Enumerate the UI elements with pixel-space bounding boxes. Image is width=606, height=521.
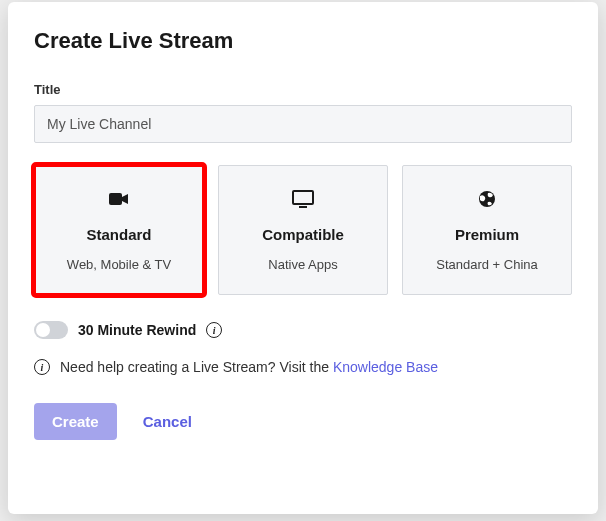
svg-rect-0 (109, 193, 122, 205)
option-desc: Standard + China (436, 257, 538, 272)
option-compatible[interactable]: Compatible Native Apps (218, 165, 388, 295)
modal-title: Create Live Stream (34, 28, 572, 54)
create-live-stream-modal: Create Live Stream Title Standard Web, M… (8, 2, 598, 514)
option-premium[interactable]: Premium Standard + China (402, 165, 572, 295)
option-title: Standard (86, 226, 151, 243)
monitor-icon (292, 188, 314, 210)
option-desc: Web, Mobile & TV (67, 257, 171, 272)
modal-actions: Create Cancel (34, 403, 572, 440)
help-text-prefix: Need help creating a Live Stream? Visit … (60, 359, 333, 375)
info-icon[interactable]: i (206, 322, 222, 338)
info-icon: i (34, 359, 50, 375)
option-standard[interactable]: Standard Web, Mobile & TV (34, 165, 204, 295)
globe-icon (476, 188, 498, 210)
rewind-label: 30 Minute Rewind (78, 322, 196, 338)
svg-rect-2 (299, 206, 307, 208)
toggle-knob (36, 323, 50, 337)
create-button[interactable]: Create (34, 403, 117, 440)
help-text: Need help creating a Live Stream? Visit … (60, 359, 438, 375)
help-row: i Need help creating a Live Stream? Visi… (34, 359, 572, 375)
option-title: Premium (455, 226, 519, 243)
option-title: Compatible (262, 226, 344, 243)
stream-type-options: Standard Web, Mobile & TV Compatible Nat… (34, 165, 572, 295)
option-desc: Native Apps (268, 257, 337, 272)
video-camera-icon (108, 188, 130, 210)
title-input[interactable] (34, 105, 572, 143)
knowledge-base-link[interactable]: Knowledge Base (333, 359, 438, 375)
title-label: Title (34, 82, 572, 97)
svg-rect-1 (293, 191, 313, 204)
rewind-toggle-row: 30 Minute Rewind i (34, 321, 572, 339)
cancel-button[interactable]: Cancel (143, 413, 192, 430)
rewind-toggle[interactable] (34, 321, 68, 339)
